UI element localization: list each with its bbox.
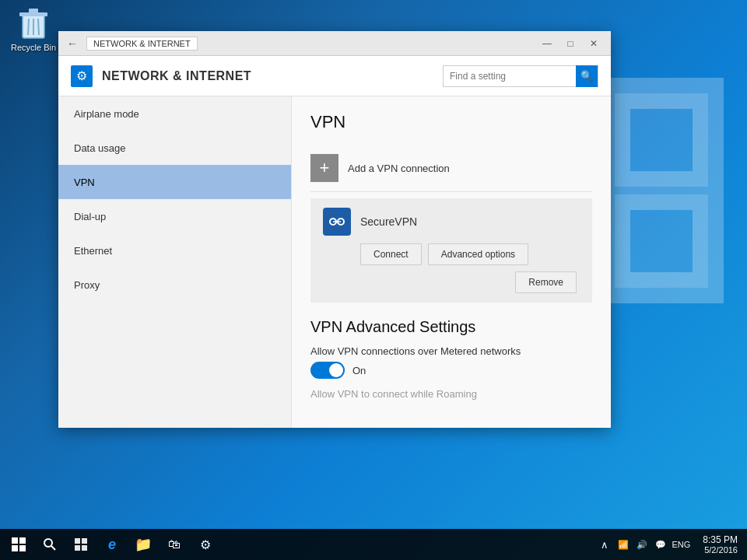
sidebar-item-vpn[interactable]: VPN	[58, 165, 291, 199]
svg-rect-26	[82, 545, 87, 551]
minimize-button[interactable]: —	[536, 36, 558, 51]
add-vpn-icon: +	[310, 154, 338, 182]
svg-rect-1	[615, 93, 708, 187]
sidebar: Airplane mode Data usage VPN Dial-up Eth…	[58, 96, 292, 428]
settings-body: Airplane mode Data usage VPN Dial-up Eth…	[58, 96, 611, 428]
connect-button[interactable]: Connect	[360, 243, 422, 265]
svg-line-11	[28, 19, 29, 35]
sidebar-item-data-usage[interactable]: Data usage	[58, 131, 291, 165]
search-input[interactable]	[444, 71, 576, 82]
task-view-button[interactable]	[65, 529, 96, 560]
sidebar-item-ethernet[interactable]: Ethernet	[58, 233, 291, 268]
file-explorer-button[interactable]: 📁	[128, 529, 159, 560]
title-bar: ← NETWORK & INTERNET — □ ✕	[58, 31, 611, 56]
search-taskbar-button[interactable]	[34, 529, 65, 560]
toggle-on-label: On	[352, 365, 366, 376]
tray-network-icon[interactable]: 📶	[615, 537, 631, 552]
advanced-options-button[interactable]: Advanced options	[428, 243, 528, 265]
svg-rect-17	[12, 537, 18, 544]
svg-line-13	[38, 19, 39, 35]
system-tray: ∧ 📶 🔊 💬 ENG	[591, 537, 696, 552]
sidebar-item-proxy[interactable]: Proxy	[58, 268, 291, 302]
vpn-item-securevpn: SecureVPN Connect Advanced options Remov…	[310, 198, 592, 303]
svg-rect-24	[82, 538, 87, 544]
advanced-settings-title: VPN Advanced Settings	[310, 318, 592, 336]
metered-toggle-row: On	[310, 362, 592, 379]
remove-row: Remove	[323, 271, 580, 293]
back-button[interactable]: ←	[65, 36, 80, 51]
vpn-section-title: VPN	[310, 112, 592, 132]
recycle-bin[interactable]: Recycle Bin	[6, 6, 61, 52]
svg-point-21	[44, 539, 52, 547]
vpn-actions: Connect Advanced options	[323, 243, 580, 265]
content-area: VPN + Add a VPN connection	[292, 96, 611, 428]
svg-rect-10	[29, 9, 38, 13]
taskbar-clock[interactable]: 8:35 PM 5/2/2016	[696, 534, 744, 555]
svg-rect-20	[19, 545, 26, 551]
settings-icon: ⚙	[71, 65, 93, 87]
sidebar-item-dialup[interactable]: Dial-up	[58, 199, 291, 233]
tray-language: ENG	[672, 540, 690, 549]
taskbar: e 📁 🛍 ⚙ ∧ 📶 🔊 💬 ENG 8:35 PM 5/2/2016	[0, 529, 747, 560]
remove-button[interactable]: Remove	[515, 271, 577, 293]
maximize-button[interactable]: □	[559, 36, 581, 51]
settings-taskbar-button[interactable]: ⚙	[190, 529, 221, 560]
search-box[interactable]: 🔍	[443, 65, 598, 87]
metered-networks-toggle[interactable]	[310, 362, 345, 379]
tray-chevron-icon[interactable]: ∧	[597, 537, 612, 552]
sidebar-item-airplane-mode[interactable]: Airplane mode	[58, 96, 291, 131]
svg-rect-7	[615, 194, 708, 288]
edge-button[interactable]: e	[96, 529, 128, 560]
add-vpn-row[interactable]: + Add a VPN connection	[310, 145, 592, 192]
tray-sound-icon[interactable]: 🔊	[634, 537, 650, 552]
metered-networks-label: Allow VPN connections over Metered netwo…	[310, 345, 592, 357]
tray-message-icon[interactable]: 💬	[653, 537, 668, 552]
svg-rect-18	[19, 537, 26, 544]
close-button[interactable]: ✕	[583, 36, 605, 51]
window-controls: — □ ✕	[536, 36, 605, 51]
search-button[interactable]: 🔍	[576, 65, 598, 87]
roaming-setting: Allow VPN to connect while Roaming	[310, 388, 592, 400]
metered-networks-setting: Allow VPN connections over Metered netwo…	[310, 345, 592, 379]
breadcrumb: NETWORK & INTERNET	[86, 37, 198, 51]
add-vpn-label: Add a VPN connection	[348, 163, 450, 174]
desktop: Recycle Bin ← NETWORK & INTERNET — □ ✕ ⚙…	[0, 0, 747, 560]
roaming-label-partial: Allow VPN to connect while Roaming	[310, 388, 592, 400]
svg-rect-3	[615, 194, 708, 288]
vpn-connection-name: SecureVPN	[360, 215, 417, 228]
clock-time: 8:35 PM	[703, 534, 738, 545]
settings-title: NETWORK & INTERNET	[102, 69, 251, 83]
vpn-item-header: SecureVPN	[323, 208, 580, 236]
clock-date: 5/2/2016	[703, 545, 738, 555]
settings-header: ⚙ NETWORK & INTERNET 🔍	[58, 56, 611, 96]
settings-window: ← NETWORK & INTERNET — □ ✕ ⚙ NETWORK & I…	[58, 31, 611, 428]
svg-rect-25	[75, 545, 80, 551]
store-button[interactable]: 🛍	[159, 529, 190, 560]
recycle-bin-icon	[18, 6, 49, 41]
vpn-logo	[323, 208, 351, 236]
recycle-bin-label: Recycle Bin	[11, 43, 56, 52]
svg-rect-23	[75, 538, 80, 544]
svg-rect-5	[615, 93, 708, 187]
toggle-thumb	[329, 363, 343, 377]
svg-line-22	[51, 546, 55, 550]
start-button[interactable]	[3, 529, 34, 560]
svg-rect-19	[12, 545, 18, 551]
